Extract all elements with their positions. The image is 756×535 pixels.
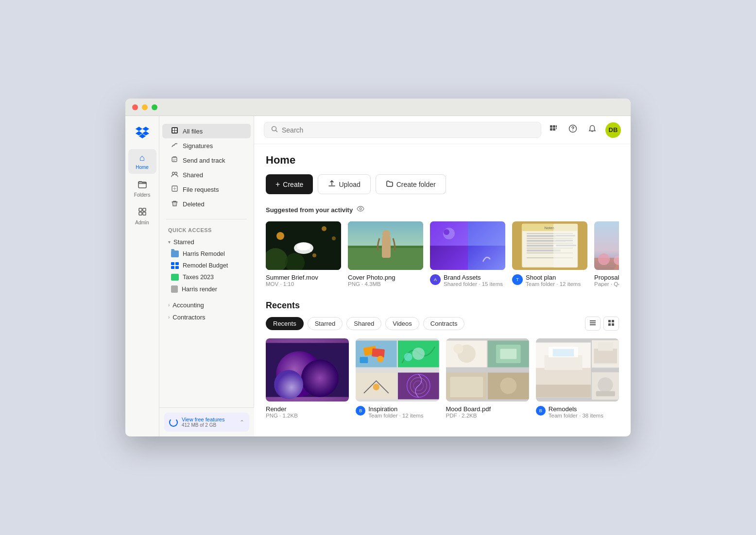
sidebar-footer: View free features 412 MB of 2 GB ⌃ — [159, 407, 254, 436]
user-avatar[interactable]: DB — [605, 122, 621, 138]
svg-point-80 — [274, 370, 303, 399]
sidebar-item-shared[interactable]: Shared — [162, 167, 251, 182]
content-area: Home + Create Upload — [254, 144, 631, 436]
sidebar-divider — [166, 219, 247, 219]
starred-item-taxes-2023[interactable]: Taxes 2023 — [162, 271, 251, 283]
sidebar-item-all-files[interactable]: All files — [162, 124, 251, 138]
suggested-item-cover-photo[interactable]: Cover Photo.png PNG · 4.3MB — [348, 221, 423, 287]
signatures-label: Signatures — [183, 142, 213, 150]
all-files-icon — [171, 127, 178, 135]
accounting-collapsible[interactable]: › Accounting — [159, 299, 254, 311]
contractors-collapsible[interactable]: › Contractors — [159, 311, 254, 323]
icon-sidebar: ⌂ Home Folders — [125, 116, 159, 436]
recents-title: Recents — [266, 301, 619, 311]
svg-rect-60 — [556, 245, 576, 246]
svg-rect-8 — [172, 131, 174, 133]
suggested-section-header: Suggested from your activity — [266, 205, 619, 215]
recent-item-remodels[interactable]: B Remodels Team folder · 38 items — [536, 338, 619, 418]
svg-rect-109 — [552, 349, 573, 357]
starred-collapsible[interactable]: ▾ Starred — [159, 236, 254, 248]
suggested-item-shoot-plan[interactable]: Notes — [512, 221, 587, 287]
all-files-label: All files — [183, 128, 203, 135]
recent-item-name-inspiration: B Inspiration Team folder · 12 items — [356, 405, 439, 418]
recent-item-name-mood-board: Mood Board.pdf PDF · 2.2KB — [446, 405, 529, 418]
sidebar-item-send-track[interactable]: Send and track — [162, 153, 251, 167]
search-box[interactable] — [264, 122, 541, 138]
svg-rect-53 — [527, 235, 556, 237]
suggested-item-summer-brief[interactable]: Summer Brief.mov MOV · 1:10 — [266, 221, 341, 287]
minimize-button[interactable] — [142, 104, 148, 110]
remodels-badge: B — [536, 406, 546, 416]
grid-icon[interactable] — [547, 122, 560, 137]
recents-grid: Render PNG · 1.2KB — [266, 338, 619, 418]
notification-icon[interactable] — [586, 122, 599, 137]
svg-rect-100 — [500, 349, 517, 359]
create-button[interactable]: + Create — [266, 174, 313, 194]
svg-rect-17 — [553, 125, 555, 128]
filter-contracts[interactable]: Contracts — [423, 317, 465, 330]
storage-cta[interactable]: View free features 412 MB of 2 GB ⌃ — [164, 413, 249, 432]
svg-rect-73 — [608, 320, 611, 322]
title-bar — [125, 99, 631, 116]
quick-access-label: Quick access — [159, 225, 254, 235]
svg-point-90 — [373, 384, 380, 390]
list-view-button[interactable] — [585, 317, 601, 331]
shared-icon — [171, 170, 178, 179]
suggested-item-proposal[interactable]: Proposal Paper · Q4 Roadmap — [594, 221, 619, 287]
sidebar-item-signatures[interactable]: Signatures — [162, 138, 251, 153]
suggested-item-name-proposal: Proposal Paper · Q4 Roadmap — [594, 274, 619, 287]
filter-videos[interactable]: Videos — [385, 317, 419, 330]
sidebar-item-admin[interactable]: Admin — [128, 203, 156, 229]
svg-point-23 — [572, 131, 573, 132]
svg-rect-58 — [556, 235, 575, 236]
home-label: Home — [136, 165, 149, 170]
grid-view-button[interactable] — [603, 317, 619, 331]
suggested-item-name-cover-photo: Cover Photo.png PNG · 4.3MB — [348, 274, 423, 287]
svg-rect-6 — [172, 128, 174, 130]
svg-text:Notes: Notes — [545, 226, 555, 230]
maximize-button[interactable] — [152, 104, 157, 110]
sidebar-item-deleted[interactable]: Deleted — [162, 197, 251, 211]
svg-point-115 — [598, 377, 613, 392]
close-button[interactable] — [132, 104, 138, 110]
starred-item-harris-remodel[interactable]: Harris Remodel — [162, 248, 251, 260]
suggested-item-brand-assets[interactable]: A Brand Assets Shared folder · 15 items — [430, 221, 505, 287]
filter-shared[interactable]: Shared — [346, 317, 381, 330]
recent-item-mood-board[interactable]: Mood Board.pdf PDF · 2.2KB — [446, 338, 529, 418]
search-input[interactable] — [282, 126, 534, 134]
sidebar-item-folders[interactable]: Folders — [128, 176, 156, 201]
accounting-label: Accounting — [172, 301, 204, 309]
svg-point-97 — [453, 344, 463, 353]
starred-chevron: ▾ — [168, 239, 171, 245]
admin-label: Admin — [135, 220, 149, 225]
upload-button[interactable]: Upload — [318, 174, 370, 194]
filter-recents[interactable]: Recents — [266, 317, 304, 330]
recent-item-render[interactable]: Render PNG · 1.2KB — [266, 338, 349, 418]
svg-point-12 — [172, 172, 175, 175]
help-icon[interactable] — [567, 122, 579, 137]
svg-point-30 — [276, 232, 284, 240]
svg-point-42 — [444, 229, 449, 235]
svg-rect-18 — [556, 125, 557, 128]
recent-item-name-remodels: B Remodels Team folder · 38 items — [536, 405, 619, 418]
view-toggles — [585, 317, 619, 331]
svg-rect-16 — [550, 125, 552, 128]
svg-rect-102 — [450, 377, 483, 397]
send-track-icon — [171, 156, 178, 165]
svg-rect-19 — [550, 128, 552, 131]
filter-starred[interactable]: Starred — [308, 317, 343, 330]
suggested-item-name-shoot-plan: T Shoot plan Team folder · 12 items — [512, 274, 587, 287]
svg-point-104 — [500, 378, 517, 394]
svg-point-88 — [404, 353, 412, 361]
sidebar-item-file-requests[interactable]: File requests — [162, 182, 251, 197]
recents-filters: Recents Starred Shared Videos Contracts — [266, 317, 619, 331]
svg-point-40 — [382, 230, 390, 238]
svg-rect-76 — [612, 323, 614, 326]
sidebar-item-home[interactable]: ⌂ Home — [128, 149, 156, 174]
create-folder-button[interactable]: Create folder — [376, 174, 446, 194]
starred-item-harris-render[interactable]: Harris render — [162, 283, 251, 295]
starred-item-remodel-budget[interactable]: Remodel Budget — [162, 260, 251, 271]
recent-item-inspiration[interactable]: B Inspiration Team folder · 12 items — [356, 338, 439, 418]
dropbox-logo[interactable] — [134, 124, 151, 141]
eye-icon[interactable] — [357, 205, 364, 215]
